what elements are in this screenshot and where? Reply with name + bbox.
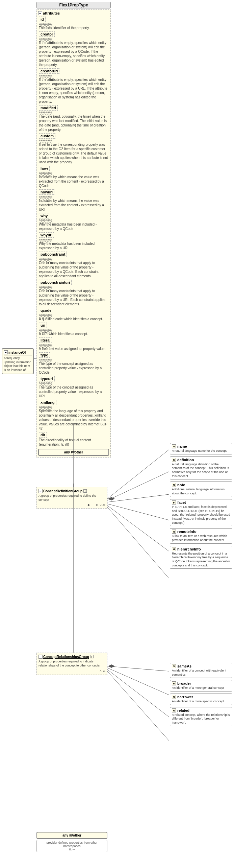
narrower-icon: N	[172, 695, 176, 699]
right-box-related: R related A related concept, where the r…	[170, 707, 232, 726]
conceptdef-to-hierarchyinfo-line	[107, 507, 169, 578]
conceptrel-to-narrower-line	[107, 670, 169, 717]
attr-id-desc: The local identifier of the property.	[39, 26, 108, 30]
attr-qcode-desc: A qualified code which identifies a conc…	[39, 317, 108, 321]
attr-dir: dir The directionality of textual conten…	[39, 432, 108, 447]
attr-uri-desc: A URI which identifies a concept.	[39, 332, 108, 336]
right-box-broader-title: B broader	[172, 681, 230, 685]
attr-uri-wavy: aaaaaaaa	[39, 328, 108, 331]
right-box-hierarchyinfo-desc: Represents the position of a concept in …	[172, 552, 230, 568]
main-title: Flex1PropType	[36, 2, 111, 8]
attr-typeuri-name: typeuri	[39, 376, 55, 381]
right-box-remoteinfo: R remoteInfo A link to an item or a web …	[170, 528, 232, 543]
attr-whyuri-name: whyuri	[39, 232, 54, 238]
attr-qcode-name: qcode	[39, 308, 53, 313]
right-box-hierarchyinfo-title: H hierarchyInfo	[172, 547, 230, 551]
conceptrel-to-related-line	[107, 671, 169, 741]
attr-pubconstraint-wavy: aaaaaaaa	[39, 257, 108, 260]
definition-icon: D	[172, 458, 176, 462]
instance-of-box: − instanceOf A frequently updating infor…	[2, 348, 34, 374]
attr-qcode: qcode aaaaaaaa A qualified code which id…	[39, 308, 108, 321]
concept-rel-title: ConceptRelationshipsGroup	[43, 655, 89, 659]
attr-xmllang-name: xmllang	[39, 400, 56, 405]
bottom-any-other-box: any ##other	[36, 832, 107, 839]
right-box-related-title: R related	[172, 708, 230, 712]
collapse-conceptdef-button[interactable]: −	[38, 489, 43, 493]
attr-xmllang-desc: Specifies the language of this property …	[39, 409, 108, 431]
right-box-note-desc: Additional natural language information …	[172, 488, 230, 495]
right-boxes-group2: S sameAs An identifier of a concept with…	[170, 663, 232, 728]
attr-custom-name: custom	[39, 133, 55, 139]
diamond-conceptrel	[108, 664, 115, 668]
attr-dir-desc: The directionality of textual content (e…	[39, 438, 108, 447]
connections-svg	[0, 0, 234, 868]
right-box-sameas-desc: An identifier of a concept with equivale…	[172, 669, 230, 677]
any-other-container: any ##other	[38, 449, 109, 456]
attr-how-name: how	[39, 166, 50, 171]
right-box-hierarchyinfo: H hierarchyInfo Represents the position …	[170, 546, 232, 569]
attr-id-name: id	[39, 17, 46, 22]
right-box-broader: B broader An identifier of a more genera…	[170, 680, 232, 691]
attr-howuri: howuri aaaaaaaa Indicates by which means…	[39, 189, 108, 212]
attr-qcode-wavy: aaaaaaaa	[39, 313, 108, 316]
concept-def-connector: ——◆——►	[81, 503, 99, 507]
attr-why-name: why	[39, 213, 49, 218]
concept-def-group-box: − ConceptDefinitionGroup i A group of pr…	[36, 487, 107, 509]
bottom-any-other-info: provider-defined properties from other n…	[36, 840, 107, 852]
attributes-header: − attributes	[38, 11, 109, 15]
attr-typeuri-desc: The type of the concept assigned as cont…	[39, 385, 108, 398]
right-box-remoteinfo-title: R remoteInfo	[172, 530, 230, 534]
instance-of-desc: A frequently updating information object…	[4, 356, 32, 372]
right-box-facet-title: F facet	[172, 500, 230, 505]
attr-type-wavy: aaaaaaaa	[39, 358, 108, 361]
right-box-name: N name A natural language name for the c…	[170, 443, 232, 454]
concept-def-header: − ConceptDefinitionGroup i	[38, 489, 105, 493]
main-title-bar: Flex1PropType	[36, 2, 111, 9]
attr-typeuri: typeuri aaaaaaaa The type of the concept…	[39, 376, 108, 398]
attr-modified-desc: The date (and, optionally, the time) whe…	[39, 114, 108, 132]
attr-pubconstraint-desc: One or many constraints that apply to pu…	[39, 261, 108, 278]
sameas-icon: S	[172, 664, 176, 668]
attr-creatoruri-desc: If the attribute is empty, specifies whi…	[39, 77, 108, 104]
attr-modified: modified aaaaaaaa The date (and, optiona…	[39, 105, 108, 132]
concept-def-title: ConceptDefinitionGroup	[43, 489, 82, 493]
collapse-instanceof-button[interactable]: −	[4, 350, 8, 354]
attr-uri-name: uri	[39, 323, 47, 328]
attr-creator: creator aaaaaaaa If the attribute is emp…	[39, 31, 108, 67]
attr-creatoruri-name: creatoruri	[39, 68, 59, 74]
attributes-label: attributes	[43, 11, 60, 15]
collapse-attributes-button[interactable]: −	[38, 11, 42, 15]
attr-pubconstrainturi-desc: One or many constraints that apply to pu…	[39, 289, 108, 306]
right-box-name-desc: A natural language name for the concept.	[172, 449, 230, 453]
right-box-sameas: S sameAs An identifier of a concept with…	[170, 663, 232, 678]
attr-type: type aaaaaaaa The type of the concept as…	[39, 352, 108, 375]
conceptdef-to-definition-line	[107, 472, 169, 500]
note-icon: N	[172, 483, 176, 487]
attr-pubconstrainturi-wavy: aaaaaaaa	[39, 285, 108, 288]
bottom-any-other-container: any ##other provider-defined properties …	[36, 832, 107, 852]
right-box-narrower-desc: An identifier of a more specific concept	[172, 700, 230, 704]
collapse-conceptrel-button[interactable]: −	[38, 655, 43, 659]
concept-def-multiplicity-container: ——◆——► 0..∞	[38, 503, 105, 507]
diagram-container: Flex1PropType − attributes id aaaaaaaa T…	[0, 0, 234, 868]
right-box-definition-title: D definition	[172, 458, 230, 462]
attr-pubconstraint-name: pubconstraint	[39, 252, 67, 257]
attr-howuri-name: howuri	[39, 189, 54, 195]
right-box-note-title: N note	[172, 483, 230, 487]
attr-creatoruri-wavy: aaaaaaaa	[39, 74, 108, 77]
conceptdef-to-name-line	[107, 450, 169, 499]
attr-custom-desc: If set to true the corresponding propert…	[39, 142, 108, 164]
attr-literal-name: literal	[39, 337, 52, 343]
right-box-related-desc: A related concept, where the relationshi…	[172, 713, 230, 725]
right-box-facet-desc: In NAR 1.8 and later, facet is deprecate…	[172, 505, 230, 525]
right-box-note: N note Additional natural language infor…	[170, 482, 232, 497]
attr-id-wavy: aaaaaaaa	[39, 22, 108, 25]
attr-typeuri-wavy: aaaaaaaa	[39, 381, 108, 385]
right-box-definition: D definition A natural language definiti…	[170, 456, 232, 480]
conceptrel-to-sameas-line	[107, 666, 169, 671]
concept-rel-multiplicity-container: 0..∞	[38, 669, 105, 673]
conceptrel-to-broader-line	[107, 668, 169, 695]
facet-icon: F	[172, 500, 176, 505]
concept-rel-icon: i	[90, 655, 94, 658]
attr-howuri-desc: Indicates by which means the value was e…	[39, 198, 108, 212]
